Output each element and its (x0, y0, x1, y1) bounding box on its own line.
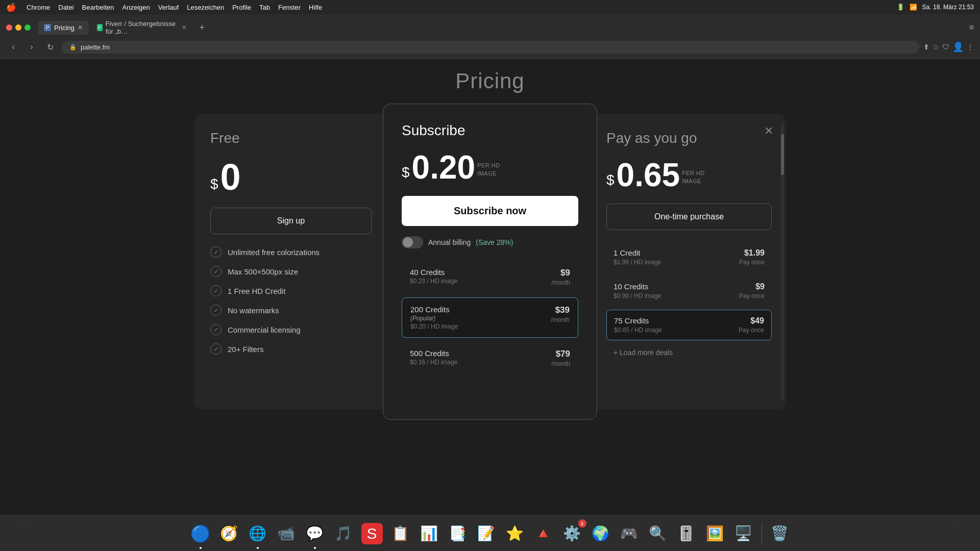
menu-fenster[interactable]: Fenster (278, 4, 301, 11)
paygo-price-label: PER HD IMAGE (682, 169, 705, 191)
credit-option-40-left: 40 Credits $0.23 / HD image (410, 268, 457, 285)
menu-chrome[interactable]: Chrome (27, 4, 50, 11)
dock-powerpoint[interactable]: 📑 (445, 521, 471, 546)
annual-billing-toggle[interactable] (402, 236, 423, 248)
forward-button[interactable]: › (24, 40, 39, 54)
feature-item: ✓ 20+ Filters (210, 343, 372, 355)
dock-whatsapp[interactable]: 💬 (302, 521, 328, 546)
close-button[interactable]: ✕ (760, 122, 778, 140)
one-time-purchase-button[interactable]: One-time purchase (606, 204, 772, 230)
menu-verlauf[interactable]: Verlauf (158, 4, 179, 11)
close-window-button[interactable] (6, 24, 12, 31)
credit-option-500-left: 500 Credits $0.16 / HD image (410, 349, 457, 366)
paygo-row-3[interactable]: 75 Credits $0.65 / HD image $49 Pay once (606, 310, 772, 340)
feature-item: ✓ No watermarks (210, 305, 372, 316)
paygo-row-1-left: 1 Credit $1.99 / HD image (614, 248, 661, 266)
credit-option-500[interactable]: 500 Credits $0.16 / HD image $79 /month (402, 342, 578, 374)
menu-bearbeiten[interactable]: Bearbeiten (82, 4, 114, 11)
paygo-row-2[interactable]: 10 Credits $0.90 / HD image $9 Pay once (606, 276, 772, 306)
tab-close-pricing[interactable]: ✕ (78, 24, 83, 31)
credit-price-val-500: $79 (556, 349, 570, 359)
billing-save: (Save 28%) (476, 238, 513, 246)
dock-trash[interactable]: 🗑️ (767, 521, 793, 546)
free-price-display: $ 0 (210, 159, 372, 195)
page-content: Pricing Free $ 0 Sign up ✓ Unlimited fre… (0, 59, 980, 519)
tab-list-button[interactable]: ≡ (969, 23, 974, 32)
shield-icon[interactable]: 🛡 (942, 43, 949, 51)
feature-label-0: Unlimited free colorizations (228, 248, 320, 257)
menu-anzeigen[interactable]: Anzeigen (122, 4, 150, 11)
dock-audio[interactable]: 🎚️ (674, 521, 699, 546)
dock-search[interactable]: 🔍 (645, 521, 671, 546)
refresh-button[interactable]: ↻ (43, 40, 57, 54)
dock-settings[interactable]: ⚙️ 1 (559, 521, 585, 546)
whatsapp-icon: 💬 (306, 525, 324, 542)
credit-option-40[interactable]: 40 Credits $0.23 / HD image $9 /month (402, 261, 578, 293)
paygo-row-2-name: 10 Credits (614, 282, 661, 291)
scrollbar-track (781, 124, 784, 399)
paygo-row-2-price: $9 (755, 282, 765, 291)
back-button[interactable]: ‹ (6, 40, 20, 54)
avatar-icon[interactable]: 👤 (952, 41, 964, 53)
finder-active-dot (200, 547, 202, 549)
dock-unknown[interactable]: 🖥️ (731, 521, 756, 546)
dock-red-app[interactable]: S (359, 521, 385, 546)
menu-datei[interactable]: Datei (58, 4, 74, 11)
menu-hilfe[interactable]: Hilfe (309, 4, 322, 11)
share-icon[interactable]: ⬆ (923, 43, 929, 51)
check-icon-4: ✓ (210, 324, 222, 335)
battery-icon: 🔋 (897, 4, 904, 11)
credit-period-500: /month (551, 360, 570, 367)
feature-item: ✓ 1 Free HD Credit (210, 285, 372, 296)
subscribe-price-dollar: $ (402, 165, 410, 184)
menu-lesezeichen[interactable]: Lesezeichen (187, 4, 224, 11)
bookmark-icon[interactable]: ☆ (933, 43, 939, 51)
credit-option-200[interactable]: 200 Credits (Popular) $0.20 / HD image $… (402, 297, 578, 338)
new-tab-button[interactable]: + (195, 20, 209, 35)
audio-icon: 🎚️ (677, 525, 695, 542)
dock-googledrive[interactable]: 🔺 (531, 521, 556, 546)
subscribe-now-button[interactable]: Subscribe now (402, 196, 578, 226)
check-icon-2: ✓ (210, 285, 222, 296)
discord-icon: 🎮 (620, 525, 638, 542)
feature-label-4: Commercial licensing (228, 325, 301, 334)
dock-zoom[interactable]: 📹 (274, 521, 299, 546)
dock-excel[interactable]: 📊 (416, 521, 442, 546)
dock-word[interactable]: 📝 (474, 521, 499, 546)
minimize-window-button[interactable] (15, 24, 21, 31)
credit-price-40: $9 /month (551, 268, 570, 286)
fullscreen-window-button[interactable] (24, 24, 31, 31)
tab-fiverr[interactable]: F Fiverr / Suchergebnisse für „b… ✕ (91, 17, 193, 38)
load-more-deals[interactable]: + Load more deals (606, 344, 772, 361)
apple-logo[interactable]: 🍎 (6, 3, 16, 12)
dock-spotify[interactable]: 🎵 (331, 521, 356, 546)
dock-discord[interactable]: 🎮 (617, 521, 642, 546)
dock-globe2[interactable]: 🌍 (588, 521, 614, 546)
paygo-row-1-right: $1.99 Pay once (739, 248, 765, 266)
credit-price-500: $79 /month (551, 349, 570, 367)
dock-preview[interactable]: 🖼️ (702, 521, 728, 546)
dock-safari[interactable]: 🧭 (216, 521, 242, 546)
menu-tab[interactable]: Tab (259, 4, 270, 11)
scrollbar-thumb[interactable] (781, 134, 784, 175)
sign-up-button[interactable]: Sign up (210, 208, 372, 234)
dock-finder[interactable]: 🔵 (188, 521, 213, 546)
feature-item: ✓ Max 500×500px size (210, 266, 372, 277)
credit-price-val-200: $39 (555, 305, 570, 315)
dock-star-app[interactable]: ⭐ (502, 521, 528, 546)
dock-chrome[interactable]: 🌐 (245, 521, 271, 546)
url-text: palette.fm (81, 43, 110, 51)
billing-toggle[interactable]: Annual billing (Save 28%) (402, 236, 578, 248)
paygo-row-2-left: 10 Credits $0.90 / HD image (614, 282, 661, 299)
browser-chrome: P Pricing ✕ F Fiverr / Suchergebnisse fü… (0, 14, 980, 59)
address-bar[interactable]: 🔒 palette.fm (61, 41, 919, 54)
paygo-row-1[interactable]: 1 Credit $1.99 / HD image $1.99 Pay once (606, 242, 772, 272)
menu-icon[interactable]: ⋮ (967, 43, 974, 51)
tab-close-fiverr[interactable]: ✕ (182, 24, 187, 31)
dock-trello[interactable]: 📋 (388, 521, 413, 546)
credit-popular-200: (Popular) (410, 315, 458, 322)
paygo-row-3-right: $49 Pay once (739, 316, 764, 334)
powerpoint-icon: 📑 (449, 525, 467, 542)
tab-pricing[interactable]: P Pricing ✕ (38, 21, 89, 35)
menu-profile[interactable]: Profile (232, 4, 251, 11)
